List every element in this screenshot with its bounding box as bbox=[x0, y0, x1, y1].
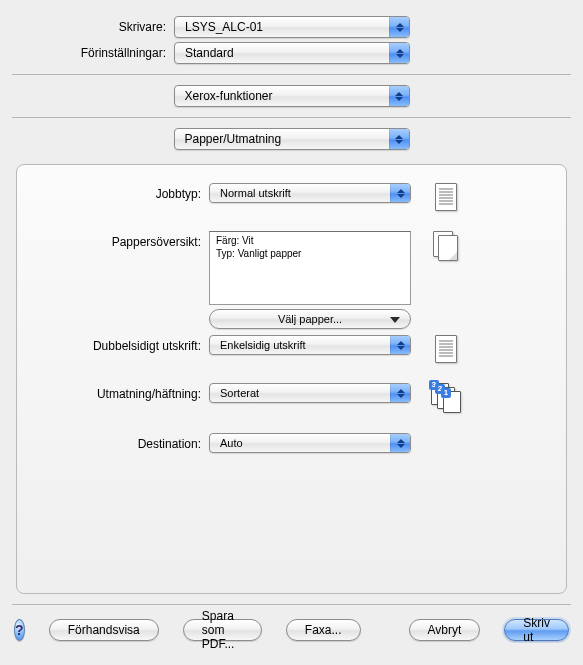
feature-sub-popup[interactable]: Papper/Utmatning bbox=[174, 128, 410, 150]
jobtype-label: Jobbtyp: bbox=[31, 183, 209, 201]
separator bbox=[12, 74, 571, 75]
feature-sub-value: Papper/Utmatning bbox=[185, 132, 282, 146]
popup-arrows-icon bbox=[390, 184, 410, 202]
paper-overview-box: Färg: Vit Typ: Vanligt papper bbox=[209, 231, 411, 305]
cancel-button-label: Avbryt bbox=[428, 623, 462, 637]
feature-group-value: Xerox-funktioner bbox=[185, 89, 273, 103]
paper-stack-icon bbox=[433, 231, 459, 261]
popup-arrows-icon bbox=[390, 336, 410, 354]
feature-group-popup[interactable]: Xerox-funktioner bbox=[174, 85, 410, 107]
preset-label: Förinställningar: bbox=[12, 46, 174, 60]
popup-arrows-icon bbox=[390, 384, 410, 402]
preview-button[interactable]: Förhandsvisa bbox=[49, 619, 159, 641]
popup-arrows-icon bbox=[389, 17, 409, 37]
separator bbox=[12, 117, 571, 118]
fax-button[interactable]: Faxa... bbox=[286, 619, 361, 641]
fax-button-label: Faxa... bbox=[305, 623, 342, 637]
popup-arrows-icon bbox=[389, 43, 409, 63]
options-panel: Jobbtyp: Normal utskrift Pappersöversikt… bbox=[16, 164, 567, 594]
page-icon bbox=[435, 335, 457, 363]
paper-line: Typ: Vanligt papper bbox=[216, 247, 404, 260]
jobtype-popup[interactable]: Normal utskrift bbox=[209, 183, 411, 203]
help-icon: ? bbox=[15, 622, 24, 638]
duplex-label: Dubbelsidigt utskrift: bbox=[31, 335, 209, 353]
separator bbox=[12, 604, 571, 605]
destination-value: Auto bbox=[220, 437, 243, 449]
help-button[interactable]: ? bbox=[14, 619, 25, 641]
output-popup[interactable]: Sorterat bbox=[209, 383, 411, 403]
paper-picker-label: Välj papper... bbox=[278, 313, 342, 325]
popup-arrows-icon bbox=[390, 434, 410, 452]
print-button-label: Skriv ut bbox=[523, 616, 550, 644]
preset-value: Standard bbox=[185, 46, 234, 60]
popup-arrows-icon bbox=[389, 129, 409, 149]
paper-picker-button[interactable]: Välj papper... bbox=[209, 309, 411, 329]
popup-arrows-icon bbox=[389, 86, 409, 106]
paper-overview-label: Pappersöversikt: bbox=[31, 231, 209, 249]
printer-value: LSYS_ALC-01 bbox=[185, 20, 263, 34]
duplex-popup[interactable]: Enkelsidig utskrift bbox=[209, 335, 411, 355]
printer-label: Skrivare: bbox=[12, 20, 174, 34]
destination-label: Destination: bbox=[31, 433, 209, 451]
jobtype-value: Normal utskrift bbox=[220, 187, 291, 199]
output-value: Sorterat bbox=[220, 387, 259, 399]
output-label: Utmatning/häftning: bbox=[31, 383, 209, 401]
cancel-button[interactable]: Avbryt bbox=[409, 619, 481, 641]
paper-line: Färg: Vit bbox=[216, 234, 404, 247]
page-icon bbox=[435, 183, 457, 211]
preview-button-label: Förhandsvisa bbox=[68, 623, 140, 637]
preset-popup[interactable]: Standard bbox=[174, 42, 410, 64]
collate-icon: 321 bbox=[431, 383, 461, 413]
printer-popup[interactable]: LSYS_ALC-01 bbox=[174, 16, 410, 38]
print-button[interactable]: Skriv ut bbox=[504, 619, 569, 641]
save-pdf-button-label: Spara som PDF... bbox=[202, 609, 243, 651]
duplex-value: Enkelsidig utskrift bbox=[220, 339, 306, 351]
destination-popup[interactable]: Auto bbox=[209, 433, 411, 453]
save-pdf-button[interactable]: Spara som PDF... bbox=[183, 619, 262, 641]
